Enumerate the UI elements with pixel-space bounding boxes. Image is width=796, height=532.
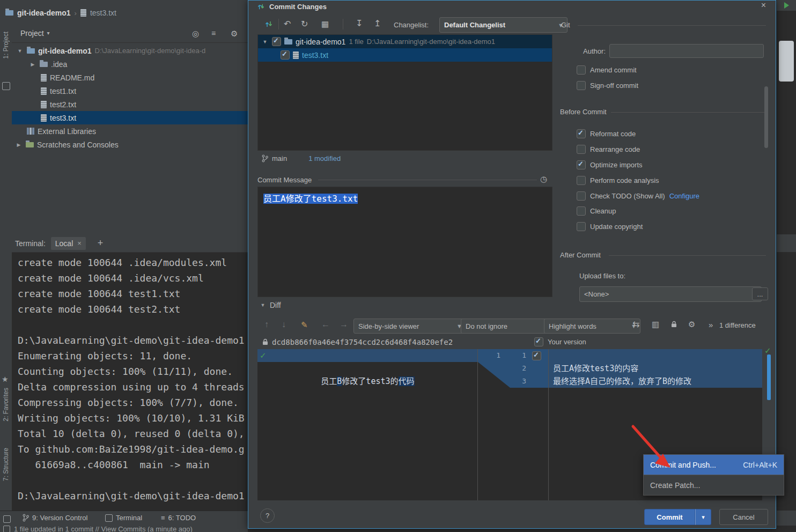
checkbox-box[interactable] [577,145,586,154]
rollback-icon[interactable]: ↶ [284,20,291,28]
changelist-select[interactable]: Default Changelist ▼ [439,17,567,33]
group-by-icon[interactable]: ▦ [321,20,329,28]
breadcrumb-project[interactable]: git-idea-demo1 [17,9,71,17]
chevrons-icon[interactable]: » [709,321,713,329]
diff-title[interactable]: Diff [270,301,281,309]
message-history-icon[interactable]: ◷ [540,175,547,183]
stripe-item-favorites[interactable]: 2: Favorites [2,388,10,422]
include-file-checkbox[interactable] [281,50,290,60]
menu-item-create-patch[interactable]: Create Patch... [644,475,784,495]
checkbox-box[interactable] [577,222,586,231]
locate-icon[interactable]: ◎ [192,29,199,38]
stripe-item-project[interactable]: 1: Project [2,32,10,59]
project-panel-title[interactable]: Project [20,29,44,38]
check-todo-checkbox[interactable]: Check TODO (Show All) Configure [577,190,699,201]
next-change-icon[interactable]: → [340,320,348,329]
checkbox-box[interactable] [577,191,586,201]
collapse-arrow-icon[interactable]: ▶ [29,62,36,67]
modified-count[interactable]: 1 modified [308,154,341,162]
new-terminal-tab-icon[interactable]: + [98,238,104,249]
highlight-mode-select[interactable]: Highlight words ▼ [544,319,640,334]
tree-item-test1[interactable]: test1.txt [12,84,248,98]
previous-difference-icon[interactable]: ↑ [264,320,269,329]
dialog-close-icon[interactable]: × [761,1,766,10]
expand-all-icon[interactable]: ↧ [356,19,363,28]
cleanup-checkbox[interactable]: Cleanup [577,205,616,216]
browse-button[interactable]: ... [752,287,768,300]
reformat-code-checkbox[interactable]: Reformat code [577,128,636,139]
viewer-mode-select[interactable]: Side-by-side viewer ▼ [353,319,466,334]
commit-button[interactable]: Commit [644,509,695,525]
diff-expand-arrow-icon[interactable]: ▼ [259,302,267,308]
update-copyright-checkbox[interactable]: Update copyright [577,221,643,232]
collapse-arrow-icon[interactable]: ▶ [15,142,23,147]
signoff-commit-checkbox[interactable]: Sign-off commit [577,80,638,91]
your-version-checkbox[interactable] [534,337,543,346]
refresh-icon[interactable]: ↻ [301,20,308,28]
cancel-button[interactable]: Cancel [719,509,768,525]
diff-left-editor[interactable]: ✓ 员工B修改了test3的代码 [257,349,477,500]
collapse-all-icon[interactable]: ≡ [211,29,216,37]
configure-link[interactable]: Configure [669,192,699,200]
previous-change-icon[interactable]: ← [321,320,330,329]
tree-item-scratches[interactable]: ▶ Scratches and Consoles [12,138,248,151]
commit-hash[interactable]: dcd8b866f0a46e4f3754ccd2c6d468f4a820efe2 [272,338,453,346]
change-applied-check-icon[interactable]: ✓ [260,349,267,362]
checkbox-box[interactable] [577,160,586,169]
upload-target-select[interactable]: <None> ▼ [579,286,762,302]
sync-scroll-icon[interactable]: ▥ [652,320,659,328]
terminal-tab-local[interactable]: Local × [51,237,86,250]
amend-commit-checkbox[interactable]: Amend commit [577,64,637,75]
diff-stripe-marker[interactable] [767,354,771,400]
statusbar-version-control[interactable]: 9: Version Control [23,514,87,522]
breadcrumb-file[interactable]: test3.txt [90,9,116,17]
commit-dropdown-button[interactable]: ▾ [695,509,711,525]
optimize-imports-checkbox[interactable]: Optimize imports [577,159,643,170]
checkbox-box[interactable] [577,206,586,216]
expand-arrow-icon[interactable]: ▼ [261,39,269,45]
include-root-checkbox[interactable] [272,37,281,46]
commit-file-row-test3[interactable]: test3.txt [258,48,552,62]
whitespace-mode-select[interactable]: Do not ignore ▼ [461,319,554,334]
help-button[interactable]: ? [260,508,275,523]
checkbox-box[interactable] [577,176,586,185]
diff-settings-icon[interactable]: ⇆ [632,320,639,329]
tree-item-root[interactable]: ▼ git-idea-demo1 D:\JavaLearning\git-dem… [12,44,248,57]
expand-arrow-icon[interactable]: ▼ [16,48,24,54]
favorites-star-icon[interactable]: ★ [2,375,9,383]
options-scrollbar[interactable] [764,86,768,148]
run-icon[interactable] [784,2,789,9]
dialog-title-bar[interactable]: Commit Changes × [248,1,776,12]
read-only-lock-icon[interactable] [671,321,677,328]
checkbox-box[interactable] [577,65,586,75]
commit-split-button[interactable]: Commit ▾ [644,509,712,525]
diff-gear-icon[interactable]: ⚙ [688,320,695,328]
checkbox-box[interactable] [577,81,586,90]
include-change-checkbox[interactable] [532,351,541,360]
editor-scrollbar-thumb[interactable] [779,41,794,82]
collapse-all-icon[interactable]: ↥ [374,19,381,28]
statusbar-message[interactable]: 1 file updated in 1 commit // View Commi… [14,526,193,532]
project-tool-icon[interactable] [2,82,10,90]
tree-item-test2[interactable]: test2.txt [12,98,248,111]
tree-item-idea[interactable]: ▶ .idea [12,57,248,71]
settings-gear-icon[interactable]: ⚙ [231,29,238,38]
statusbar-terminal[interactable]: Terminal [105,514,142,522]
tree-item-external-libraries[interactable]: External Libraries [12,124,248,138]
refresh-changes-icon[interactable] [264,20,273,28]
tree-item-test3-selected[interactable]: test3.txt [12,111,248,124]
annotate-icon[interactable]: ✎ [301,320,308,330]
author-input[interactable] [609,44,764,58]
next-difference-icon[interactable]: ↓ [282,320,286,329]
checkbox-box[interactable] [577,129,586,138]
rearrange-code-checkbox[interactable]: Rearrange code [577,144,640,154]
commit-message-box[interactable]: 员工A修改了test3.txt [257,187,552,297]
statusbar-todo[interactable]: ≡ 6: TODO [161,514,196,522]
code-analysis-checkbox[interactable]: Perform code analysis [577,175,659,186]
chevron-down-icon[interactable]: ▾ [47,31,50,36]
toolwindow-switcher-icon[interactable] [3,515,11,523]
tab-close-icon[interactable]: × [77,239,82,247]
commit-root-row[interactable]: ▼ git-idea-demo1 1 file D:\JavaLearning\… [258,35,552,48]
stripe-item-structure[interactable]: 7: Structure [2,448,10,481]
tree-item-readme[interactable]: README.md [12,71,248,84]
